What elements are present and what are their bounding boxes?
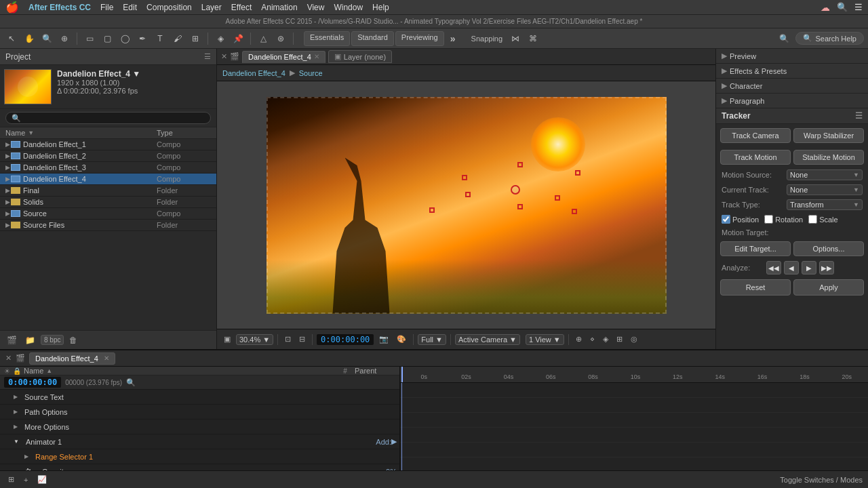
snapshot-btn[interactable]: 📷 xyxy=(376,333,391,345)
rotation-checkbox-item[interactable]: Rotation xyxy=(764,215,803,224)
hand-tool[interactable]: ✋ xyxy=(22,31,37,46)
paragraph-section-header[interactable]: ▶ Paragraph xyxy=(716,94,868,108)
add-btn[interactable]: ▶ xyxy=(391,437,397,446)
menu-animation[interactable]: Animation xyxy=(261,3,297,12)
camera-dropdown[interactable]: Active Camera ▼ xyxy=(455,334,520,345)
analyze-back-btn[interactable]: ◀ xyxy=(784,261,799,274)
timeline-ruler[interactable]: 0s 02s 04s 06s 08s 10s 12s 14s 16s 18s 2… xyxy=(400,367,868,383)
menu-file[interactable]: File xyxy=(100,3,113,12)
reset-button[interactable]: Reset xyxy=(720,279,791,296)
resolution-dropdown[interactable]: Full ▼ xyxy=(418,334,446,345)
view-dropdown[interactable]: 1 View ▼ xyxy=(526,334,564,345)
search-toggle-btn[interactable]: 🔍 xyxy=(776,31,791,46)
close-comp-btn[interactable]: ✕ xyxy=(221,52,227,61)
apple-menu[interactable]: 🍎 xyxy=(5,1,19,14)
close-timeline-btn[interactable]: ✕ xyxy=(5,354,12,363)
delete-btn[interactable]: 🗑 xyxy=(66,334,80,346)
camera-orbit-tool[interactable]: ⊕ xyxy=(57,31,72,46)
rect-tool[interactable]: ▭ xyxy=(82,31,97,46)
range-expand[interactable]: ▶ xyxy=(24,453,28,460)
file-item-dandelion4[interactable]: ▶ Dandelion Effect_4 Compo xyxy=(0,174,216,185)
lock-all-icon[interactable]: 🔒 xyxy=(13,367,21,375)
pen-tool[interactable]: ✒ xyxy=(135,31,150,46)
position-checkbox-item[interactable]: Position xyxy=(722,215,759,224)
scale-checkbox[interactable] xyxy=(808,215,817,224)
preview-section-header[interactable]: ▶ Preview xyxy=(716,49,868,63)
file-item-source[interactable]: ▶ Source Compo xyxy=(0,208,216,220)
comp-thumbnail[interactable] xyxy=(4,69,52,104)
hamburger-icon[interactable]: ☰ xyxy=(854,2,863,12)
file-item-dandelion3[interactable]: ▶ Dandelion Effect_3 Compo xyxy=(0,162,216,174)
shape-tool-2[interactable]: △ xyxy=(256,31,271,46)
file-item-solids[interactable]: ▶ Solids Folder xyxy=(0,197,216,208)
menu-layer[interactable]: Layer xyxy=(201,3,222,12)
interpret-footage-btn[interactable]: 🎬 xyxy=(4,334,20,346)
search-help-button[interactable]: 🔍 Search Help xyxy=(795,32,864,45)
breadcrumb-comp[interactable]: Dandelion Effect_4 xyxy=(222,69,285,77)
workspace-expand-btn[interactable]: » xyxy=(446,31,460,46)
position-checkbox[interactable] xyxy=(722,215,730,224)
brush-tool[interactable]: 🖌 xyxy=(170,31,185,46)
solo-all-icon[interactable]: ☀ xyxy=(4,367,10,375)
track-type-dropdown[interactable]: Transform ▼ xyxy=(787,199,863,210)
menu-effect[interactable]: Effect xyxy=(231,3,252,12)
project-search-input[interactable] xyxy=(5,112,211,124)
timeline-tab[interactable]: Dandelion Effect_4 ✕ xyxy=(29,352,115,365)
comp-options-btn[interactable]: ⊕ xyxy=(573,333,585,345)
zoom-tool[interactable]: 🔍 xyxy=(39,31,54,46)
graph-editor-btn[interactable]: 📈 xyxy=(35,474,50,485)
menu-after-effects[interactable]: After Effects CC xyxy=(28,3,91,12)
warp-stabilizer-button[interactable]: Warp Stabilizer xyxy=(793,128,864,143)
toggle-modes-label[interactable]: Toggle Switches / Modes xyxy=(780,476,863,484)
workspace-essentials[interactable]: Essentials xyxy=(304,31,350,46)
workspace-previewing[interactable]: Previewing xyxy=(395,31,444,46)
menu-composition[interactable]: Composition xyxy=(146,3,192,12)
text-tool[interactable]: T xyxy=(153,31,167,46)
col-name-header[interactable]: Name ▼ xyxy=(5,129,157,137)
creative-cloud-icon[interactable]: ☁ xyxy=(821,2,830,13)
file-item-dandelion1[interactable]: ▶ Dandelion Effect_1 Compo xyxy=(0,139,216,150)
rounded-rect-tool[interactable]: ▢ xyxy=(100,31,115,46)
edit-target-button[interactable]: Edit Target... xyxy=(720,241,791,256)
analyze-play-btn[interactable]: ▶ xyxy=(802,261,816,274)
source-text-expand[interactable]: ▶ xyxy=(14,394,18,400)
pixel-aspect-btn[interactable]: ⊟ xyxy=(296,333,308,345)
close-tab-icon[interactable]: ✕ xyxy=(314,53,319,60)
track-camera-button[interactable]: Track Camera xyxy=(720,128,791,143)
toggle-switches-btn[interactable]: ⊞ xyxy=(5,474,17,485)
playhead[interactable] xyxy=(401,367,403,382)
stabilize-motion-button[interactable]: Stabilize Motion xyxy=(793,150,864,165)
comp-more-btn[interactable]: ◈ xyxy=(600,333,611,345)
roto-tool[interactable]: ⊛ xyxy=(273,31,288,46)
stamp-tool[interactable]: ⊞ xyxy=(188,31,203,46)
comp-flow-btn[interactable]: ⋄ xyxy=(587,333,597,345)
puppet-tool[interactable]: ◈ xyxy=(213,31,228,46)
layer-name-header[interactable]: Name ▲ xyxy=(24,367,336,375)
animator-expand[interactable]: ▼ xyxy=(14,439,19,445)
pin-tool[interactable]: 📌 xyxy=(231,31,245,46)
timeline-tab-close-icon[interactable]: ✕ xyxy=(104,354,109,362)
analyze-forward-btn[interactable]: ▶▶ xyxy=(819,261,834,274)
comp-extra-btn[interactable]: ⊞ xyxy=(614,333,625,345)
selection-tool[interactable]: ↖ xyxy=(4,31,19,46)
more-options-expand[interactable]: ▶ xyxy=(14,424,18,430)
track-motion-button[interactable]: Track Motion xyxy=(720,150,791,165)
new-layer-btn[interactable]: + xyxy=(21,474,31,485)
breadcrumb-source[interactable]: Source xyxy=(299,69,323,77)
menu-edit[interactable]: Edit xyxy=(123,3,137,12)
options-button[interactable]: Options... xyxy=(793,241,864,256)
viewer-timecode[interactable]: 0:00:00:00 xyxy=(317,334,374,345)
workspace-standard[interactable]: Standard xyxy=(351,31,394,46)
file-item-dandelion2[interactable]: ▶ Dandelion Effect_2 Compo xyxy=(0,150,216,162)
current-track-dropdown[interactable]: None ▼ xyxy=(787,184,863,195)
tab-dandelion-effect-4[interactable]: Dandelion Effect_4 ✕ xyxy=(242,51,326,63)
effects-presets-header[interactable]: ▶ Effects & Presets xyxy=(716,64,868,78)
snapping-icon[interactable]: ⋈ xyxy=(508,31,523,46)
menu-help[interactable]: Help xyxy=(372,3,389,12)
comp-canvas[interactable] xyxy=(217,81,715,329)
apply-button[interactable]: Apply xyxy=(793,279,864,296)
path-options-expand[interactable]: ▶ xyxy=(14,409,18,415)
quality-btn[interactable]: ▣ xyxy=(221,333,233,345)
tab-layer-none[interactable]: ▣ Layer (none) xyxy=(328,50,392,63)
tracks-area[interactable] xyxy=(400,383,868,470)
